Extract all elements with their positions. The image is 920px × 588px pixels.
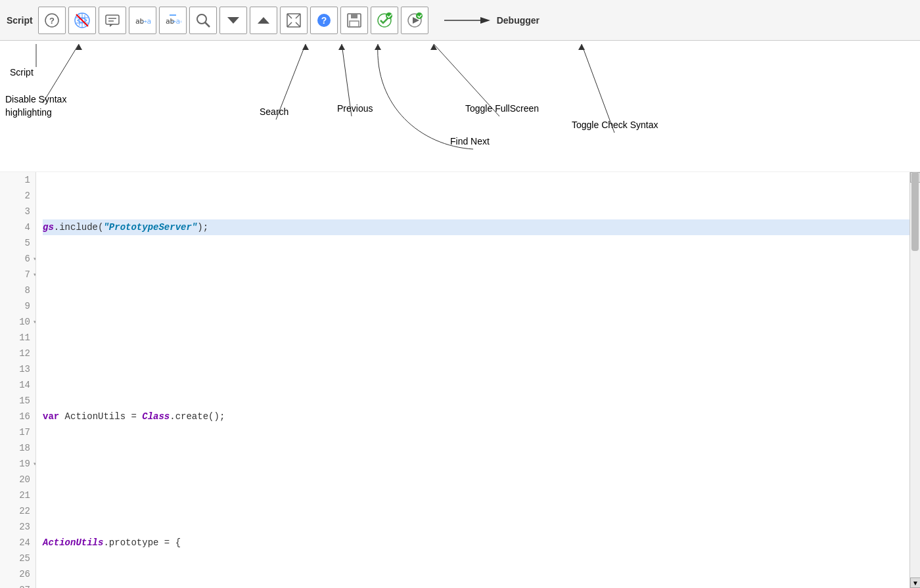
comment-button[interactable] <box>99 7 126 34</box>
line-num-5: 5 <box>0 235 35 251</box>
svg-marker-28 <box>76 44 82 50</box>
code-editor[interactable]: gs.include("PrototypeServer"); var Actio… <box>36 172 909 588</box>
prev-button[interactable] <box>219 7 247 34</box>
debugger-label: Debugger <box>497 15 540 26</box>
save-button[interactable] <box>340 7 368 34</box>
svg-marker-14 <box>227 17 239 24</box>
code-content: gs.include("PrototypeServer"); var Actio… <box>36 172 909 588</box>
search-button[interactable] <box>189 7 217 34</box>
line-num-17: 17 <box>0 424 35 440</box>
line-num-13: 13 <box>0 361 35 377</box>
toolbar: Script ? <box>0 0 920 41</box>
indent-button[interactable]: ab →ac <box>129 7 156 34</box>
code-line-4: var ActionUtils = Class.create(); <box>43 409 909 424</box>
code-line-6: ActionUtils.prototype = { <box>43 535 909 551</box>
find-next-annotation: Find Next <box>450 136 490 147</box>
toggle-check-syntax-annotation: Toggle Check Syntax <box>572 120 658 130</box>
svg-rect-21 <box>350 21 359 27</box>
code-line-5 <box>43 472 909 487</box>
line-num-22: 22 <box>0 503 35 519</box>
svg-marker-15 <box>258 17 269 24</box>
line-num-14: 14 <box>0 377 35 393</box>
annotation-svg <box>0 41 920 172</box>
line-num-12: 12 <box>0 346 35 361</box>
scroll-down[interactable]: ▼ <box>910 577 920 588</box>
svg-text:?: ? <box>49 16 55 26</box>
svg-line-13 <box>205 22 210 27</box>
next-button[interactable] <box>250 7 277 34</box>
line-num-21: 21 <box>0 487 35 503</box>
svg-rect-4 <box>106 15 119 24</box>
svg-marker-30 <box>338 44 345 50</box>
unindent-button[interactable]: ab →ac <box>159 7 187 34</box>
debugger-section: Debugger <box>444 11 540 30</box>
svg-marker-33 <box>578 44 585 50</box>
svg-point-23 <box>386 12 392 19</box>
editor-container: 1 2 3 4 5 6 ▾ 7 ▾ 8 9 10 ▾ 11 12 13 14 1… <box>0 172 920 588</box>
svg-point-12 <box>197 14 206 24</box>
disable-syntax-annotation: Disable Syntax highlighting <box>5 93 66 119</box>
script-label: Script <box>7 15 33 26</box>
svg-text:→ac: →ac <box>172 17 181 26</box>
line-num-15: 15 <box>0 393 35 409</box>
disable-syntax-button[interactable] <box>68 7 96 34</box>
line-num-8: 8 <box>0 283 35 298</box>
toggle-fullscreen-annotation: Toggle FullScreen <box>465 103 539 114</box>
line-numbers: 1 2 3 4 5 6 ▾ 7 ▾ 8 9 10 ▾ 11 12 13 14 1… <box>0 172 36 588</box>
line-num-26: 26 <box>0 566 35 582</box>
line-num-9: 9 <box>0 298 35 314</box>
line-num-25: 25 <box>0 551 35 566</box>
line-num-20: 20 <box>0 472 35 487</box>
line-num-3: 3 <box>0 204 35 219</box>
line-num-7: 7 ▾ <box>0 267 35 283</box>
line-num-11: 11 <box>0 330 35 346</box>
main-container: Script ? <box>0 0 920 588</box>
line-num-24: 24 <box>0 535 35 551</box>
run-button[interactable] <box>401 7 428 34</box>
line-num-23: 23 <box>0 519 35 535</box>
line-num-4: 4 <box>0 219 35 235</box>
vertical-scrollbar[interactable]: ▲ ▼ <box>909 172 920 588</box>
help-button[interactable]: ? <box>38 7 66 34</box>
svg-marker-29 <box>302 44 309 50</box>
line-num-19: 19 ▾ <box>0 456 35 472</box>
line-num-6: 6 ▾ <box>0 251 35 267</box>
line-num-1: 1 <box>0 172 35 188</box>
svg-text:?: ? <box>321 15 327 26</box>
debugger-arrow <box>444 11 497 30</box>
annotation-area: Script Disable Syntax highlighting Searc… <box>0 41 920 172</box>
help2-button[interactable]: ? <box>310 7 338 34</box>
svg-rect-11 <box>170 14 176 16</box>
check-syntax-button[interactable] <box>371 7 398 34</box>
line-num-16: 16 <box>0 409 35 424</box>
fullscreen-button[interactable] <box>280 7 308 34</box>
line-num-10: 10 ▾ <box>0 314 35 330</box>
svg-marker-31 <box>375 44 381 50</box>
code-line-2 <box>43 283 909 298</box>
code-line-1: gs.include("PrototypeServer"); <box>43 219 909 235</box>
svg-marker-27 <box>480 17 490 24</box>
script-annotation: Script <box>10 67 34 78</box>
previous-annotation: Previous <box>337 103 373 114</box>
search-annotation: Search <box>260 106 288 117</box>
line-num-2: 2 <box>0 188 35 204</box>
code-line-3 <box>43 346 909 361</box>
svg-rect-20 <box>351 14 357 18</box>
line-num-27: 27 ▾ <box>0 582 35 588</box>
scrollbar-thumb[interactable] <box>911 172 919 251</box>
svg-text:→ac: →ac <box>143 17 151 26</box>
line-num-18: 18 <box>0 440 35 456</box>
